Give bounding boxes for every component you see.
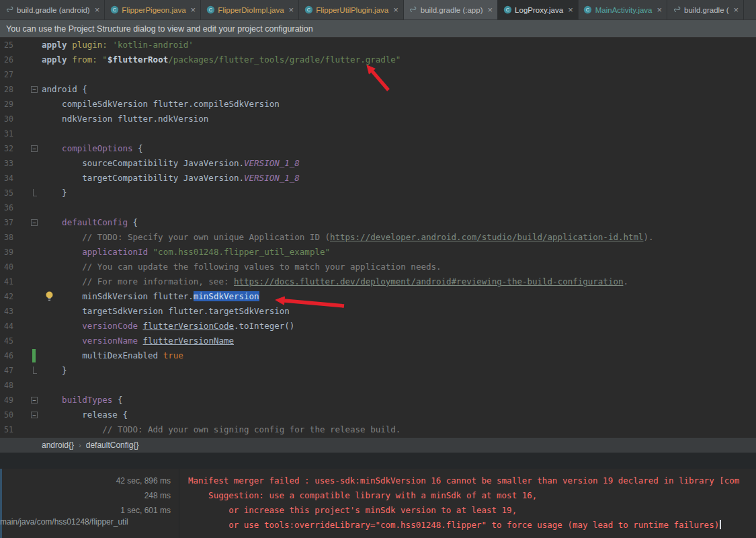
code-line[interactable]: 42 minSdkVersion flutter.minSdkVersion <box>0 289 756 304</box>
build-error-console[interactable]: Manifest merger failed : uses-sdk:minSdk… <box>188 473 739 533</box>
code-token <box>42 395 62 405</box>
code-token: } <box>42 365 67 375</box>
code-line[interactable]: 35 } <box>0 186 756 200</box>
panel-splitter[interactable] <box>0 453 756 469</box>
class-icon: C <box>304 5 313 15</box>
class-icon: C <box>583 5 593 15</box>
code-line[interactable]: 31 <box>0 126 756 141</box>
code-token: compileOptions <box>62 143 132 153</box>
line-number: 30 <box>4 112 13 126</box>
class-icon: C <box>503 5 512 15</box>
code-token: . <box>623 276 628 286</box>
code-token: sourceCompatibility JavaVersion. <box>42 158 244 168</box>
close-icon[interactable]: × <box>657 5 663 14</box>
code-token <box>42 143 62 153</box>
fold-collapse-icon[interactable]: − <box>31 397 38 404</box>
fold-end-icon[interactable] <box>33 367 37 374</box>
class-icon: C <box>110 5 119 15</box>
code-text: defaultConfig { <box>42 215 138 230</box>
code-line[interactable]: 37− defaultConfig { <box>0 215 756 230</box>
code-line[interactable]: 50− release { <box>0 408 756 422</box>
line-number: 33 <box>4 156 13 171</box>
tab-bar: build.gradle (android)×CFlipperPigeon.ja… <box>0 0 756 20</box>
line-number: 41 <box>4 274 13 289</box>
fold-collapse-icon[interactable]: − <box>31 412 38 418</box>
fold-collapse-icon[interactable]: − <box>31 219 38 226</box>
editor-tab[interactable]: CFlipperPigeon.java× <box>105 0 201 20</box>
code-token: true <box>163 350 183 360</box>
code-token: VERSION_1_8 <box>244 158 300 168</box>
fold-end-icon[interactable] <box>33 189 37 196</box>
vcs-change-marker <box>32 349 36 362</box>
code-line[interactable]: 47 } <box>0 363 756 378</box>
code-token: buildTypes <box>62 395 112 405</box>
editor-tab[interactable]: build.gradle (android)× <box>0 0 105 20</box>
build-output-panel: 42 sec, 896 ms248 ms1 sec, 601 ms Manife… <box>0 469 756 538</box>
line-number: 27 <box>4 67 13 82</box>
code-line[interactable]: 45 versionName flutterVersionName <box>0 334 756 348</box>
svg-text:C: C <box>113 7 116 13</box>
breadcrumb-item[interactable]: defaultConfig{} <box>86 440 139 450</box>
code-line[interactable]: 33 sourceCompatibility JavaVersion.VERSI… <box>0 156 756 171</box>
close-icon[interactable]: × <box>734 5 739 14</box>
code-line[interactable]: 32− compileOptions { <box>0 141 756 156</box>
code-text: // TODO: Specify your own unique Applica… <box>42 230 654 245</box>
build-tree-node[interactable]: main/java/com/hss01248/flipper_util <box>0 517 128 527</box>
code-text: compileSdkVersion flutter.compileSdkVers… <box>42 97 280 112</box>
close-icon[interactable]: × <box>488 5 493 14</box>
tab-label: MainActivity.java <box>595 6 653 14</box>
code-token: applicationId <box>82 247 148 257</box>
error-line: or increase this project's minSdk versio… <box>188 503 739 518</box>
breadcrumb-item[interactable]: android{} <box>42 440 74 450</box>
code-token: versionName <box>82 336 138 346</box>
line-number: 49 <box>4 393 13 408</box>
editor-tab[interactable]: CFlipperDioImpl.java× <box>201 0 299 20</box>
code-line[interactable]: 38 // TODO: Specify your own unique Appl… <box>0 230 756 245</box>
code-line[interactable]: 49− buildTypes { <box>0 393 756 408</box>
line-number: 47 <box>4 363 13 378</box>
code-line[interactable]: 51 // TODO: Add your own signing config … <box>0 422 756 437</box>
close-icon[interactable]: × <box>95 5 100 14</box>
editor-tab[interactable]: CMainActivity.java× <box>579 0 667 20</box>
code-line[interactable]: 29 compileSdkVersion flutter.compileSdkV… <box>0 97 756 112</box>
line-number: 26 <box>4 52 13 67</box>
line-number: 34 <box>4 171 13 186</box>
fold-collapse-icon[interactable]: − <box>31 86 38 93</box>
line-number: 51 <box>4 422 13 437</box>
code-line[interactable]: 43 targetSdkVersion flutter.targetSdkVer… <box>0 304 756 319</box>
code-line[interactable]: 28−android { <box>0 82 756 97</box>
build-step-duration: 1 sec, 601 ms <box>0 503 173 518</box>
code-line[interactable]: 30 ndkVersion flutter.ndkVersion <box>0 112 756 126</box>
code-line[interactable]: 25apply plugin: 'kotlin-android' <box>0 38 756 52</box>
code-line[interactable]: 34 targetCompatibility JavaVersion.VERSI… <box>0 171 756 186</box>
code-line[interactable]: 44 versionCode flutterVersionCode.toInte… <box>0 319 756 334</box>
code-text: } <box>42 363 67 378</box>
close-icon[interactable]: × <box>568 5 573 14</box>
code-editor[interactable]: 25apply plugin: 'kotlin-android'26apply … <box>0 38 756 437</box>
code-line[interactable]: 46 multiDexEnabled true <box>0 348 756 363</box>
code-line[interactable]: 40 // You can update the following value… <box>0 260 756 274</box>
code-line[interactable]: 41 // For more information, see: https:/… <box>0 274 756 289</box>
tab-label: build.gradle ( <box>684 6 728 14</box>
editor-tab[interactable]: build.gradle (× <box>667 0 744 20</box>
editor-tab[interactable]: CFlipperUtilPlugin.java× <box>299 0 404 20</box>
close-icon[interactable]: × <box>289 5 294 14</box>
code-line[interactable]: 26apply from: "$flutterRoot/packages/flu… <box>0 52 756 67</box>
fold-collapse-icon[interactable]: − <box>31 145 38 152</box>
code-line[interactable]: 48 <box>0 378 756 393</box>
gradle-icon <box>5 5 14 15</box>
code-text: // You can update the following values t… <box>42 260 442 274</box>
code-line[interactable]: 27 <box>0 67 756 82</box>
code-token: $flutterRoot <box>108 54 168 65</box>
editor-tab[interactable]: CLogProxy.java× <box>498 0 579 20</box>
editor-tab[interactable]: build.gradle (:app)× <box>404 0 498 20</box>
close-icon[interactable]: × <box>393 5 398 14</box>
svg-text:C: C <box>307 7 310 13</box>
line-number: 28 <box>4 82 13 97</box>
error-line: Manifest merger failed : uses-sdk:minSdk… <box>188 473 739 488</box>
close-icon[interactable]: × <box>191 5 196 14</box>
svg-text:C: C <box>505 7 509 13</box>
code-text: // TODO: Add your own signing config for… <box>42 422 401 437</box>
code-line[interactable]: 39 applicationId "com.hss01248.flipper_u… <box>0 245 756 260</box>
code-line[interactable]: 36 <box>0 200 756 215</box>
